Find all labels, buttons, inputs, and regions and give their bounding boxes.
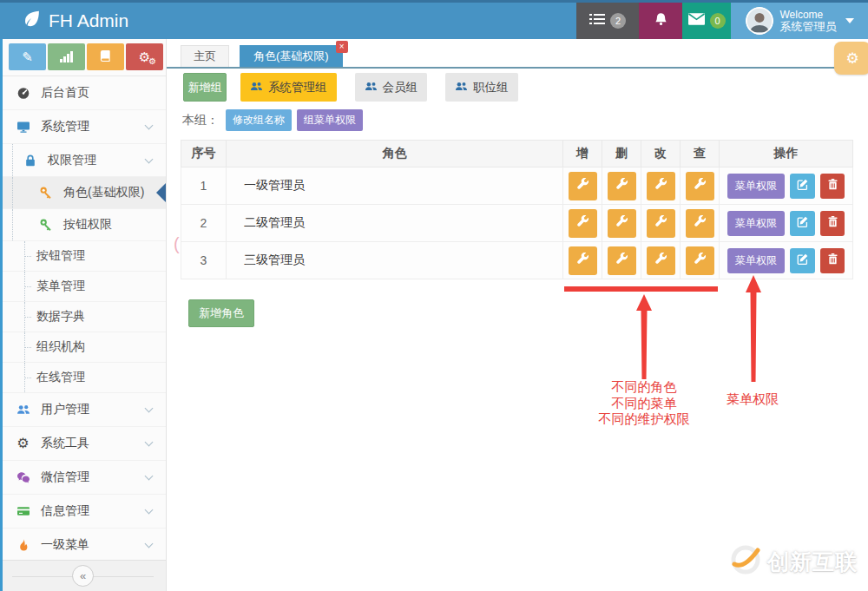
permission-view-button[interactable]: [686, 246, 714, 275]
sidebar-item-online-mgmt[interactable]: 在线管理: [0, 363, 166, 393]
annotation-paren: (: [174, 234, 180, 253]
row-index: 2: [181, 205, 227, 242]
wrench-icon: [615, 215, 628, 231]
annotation-arrow-right: [746, 275, 761, 382]
rename-group-button[interactable]: 修改组名称: [226, 109, 292, 131]
close-tab-icon[interactable]: ×: [336, 41, 348, 53]
delete-role-button[interactable]: [820, 174, 845, 199]
tabbar-divider: [167, 67, 868, 69]
settings-gear-button[interactable]: ⚙: [834, 42, 868, 75]
app-window: FH Admin 2 0 Welcome 系统管: [0, 0, 868, 591]
edit-role-button[interactable]: [790, 248, 815, 273]
mail-button[interactable]: 0: [682, 3, 731, 39]
chart-quick-button[interactable]: [48, 43, 85, 70]
group-tab-member-group[interactable]: 会员组: [355, 73, 428, 102]
key-orange-icon: [38, 186, 53, 200]
wrench-icon: [576, 215, 589, 231]
users-icon: [365, 80, 378, 95]
sidebar-item-organization[interactable]: 组织机构: [0, 332, 166, 363]
wechat-icon: [16, 470, 30, 485]
wrench-icon: [654, 215, 667, 231]
permission-view-button[interactable]: [686, 209, 714, 238]
menu-rights-button[interactable]: 菜单权限: [727, 248, 785, 273]
permission-delete-button[interactable]: [608, 209, 636, 238]
group-tab-position-group[interactable]: 职位组: [445, 73, 518, 102]
sidebar: ✎ ⚙⚙ 后台首页 系统管理 权限管理 角色(基础权限) 按钮权限 按钮管理: [0, 39, 167, 591]
table-row: 2 二级管理员 菜单权限: [181, 205, 853, 242]
group-toolbar: 新增组 系统管理组 会员组 职位组: [183, 73, 518, 102]
chevron-down-icon: [145, 121, 154, 130]
sidebar-item-system-mgmt[interactable]: 系统管理: [0, 110, 166, 144]
edit-icon: [796, 215, 809, 231]
delete-role-button[interactable]: [820, 211, 845, 236]
new-group-button[interactable]: 新增组: [183, 73, 227, 102]
delete-role-button[interactable]: [820, 248, 845, 273]
book-quick-button[interactable]: [87, 43, 124, 70]
sidebar-item-user-mgmt[interactable]: 用户管理: [0, 393, 166, 427]
sidebar-item-menu-mgmt[interactable]: 菜单管理: [0, 272, 166, 302]
sidebar-item-button-mgmt[interactable]: 按钮管理: [0, 241, 166, 272]
edit-icon: [796, 178, 809, 194]
card-icon: [16, 504, 30, 519]
menu-rights-button[interactable]: 菜单权限: [727, 174, 785, 199]
group-menu-rights-button[interactable]: 组菜单权限: [297, 109, 363, 131]
sidebar-quick-toolbar: ✎ ⚙⚙: [0, 39, 166, 76]
watermark: 创新互联: [729, 543, 858, 580]
annotation-note-text: 不同的角色 不同的菜单 不同的维护权限: [599, 379, 690, 428]
sidebar-item-home[interactable]: 后台首页: [0, 76, 166, 110]
permission-delete-button[interactable]: [608, 246, 636, 275]
sidebar-item-button-permission[interactable]: 按钮权限: [0, 209, 166, 241]
sidebar-item-sys-tools[interactable]: ⚙ 系统工具: [0, 427, 166, 461]
bar-chart-icon: [60, 51, 73, 62]
gears-quick-button[interactable]: ⚙⚙: [126, 43, 163, 70]
sidebar-item-info-mgmt[interactable]: 信息管理: [0, 495, 166, 529]
tab-role-base-permission[interactable]: 角色(基础权限) ×: [240, 45, 343, 67]
collapse-sidebar-button[interactable]: «: [72, 565, 94, 587]
welcome-text: Welcome 系统管理员: [780, 9, 837, 33]
sidebar-item-data-dict[interactable]: 数据字典: [0, 302, 166, 332]
chevron-down-icon: [145, 472, 154, 481]
sidebar-collapse-bar: «: [0, 560, 166, 591]
header-add: 增: [563, 141, 602, 167]
sidebar-item-permission-mgmt[interactable]: 权限管理: [0, 144, 166, 177]
top-navbar: FH Admin 2 0 Welcome 系统管: [0, 0, 868, 39]
notifications-button[interactable]: [639, 3, 682, 39]
main-content: 主页 角色(基础权限) × ⚙ 新增组 系统管理组 会员组 职位组 本组： 修改…: [167, 39, 868, 591]
edit-role-button[interactable]: [790, 211, 815, 236]
user-menu-button[interactable]: Welcome 系统管理员: [731, 3, 868, 39]
bell-icon: [654, 12, 668, 30]
key-green-icon: [38, 218, 53, 233]
row-role-name: 一级管理员: [227, 167, 563, 205]
sidebar-item-role-base-permission[interactable]: 角色(基础权限): [0, 177, 166, 209]
wrench-icon: [694, 253, 707, 268]
permission-edit-button[interactable]: [647, 172, 675, 200]
brand-title: FH Admin: [49, 10, 128, 31]
caret-down-icon: [845, 18, 854, 23]
tasks-menu-button[interactable]: 2: [576, 3, 639, 39]
permission-delete-button[interactable]: [608, 172, 636, 200]
pencil-quick-button[interactable]: ✎: [9, 43, 46, 70]
permission-add-button[interactable]: [569, 172, 597, 200]
mail-badge: 0: [710, 13, 726, 29]
sidebar-item-wechat-mgmt[interactable]: 微信管理: [0, 461, 166, 495]
permission-edit-button[interactable]: [647, 246, 675, 275]
permission-view-button[interactable]: [686, 172, 714, 200]
monitor-icon: [16, 120, 30, 135]
trash-icon: [826, 253, 839, 268]
wrench-icon: [615, 253, 628, 268]
group-tab-system-admin-group[interactable]: 系统管理组: [240, 73, 337, 102]
permission-add-button[interactable]: [569, 209, 597, 238]
sidebar-item-level1-menu[interactable]: 一级菜单: [0, 529, 166, 560]
permission-add-button[interactable]: [569, 246, 597, 275]
watermark-logo-icon: [729, 543, 762, 580]
chevron-down-icon: [145, 438, 154, 447]
row-index: 1: [181, 167, 227, 205]
chevron-down-icon: [145, 506, 154, 515]
permission-edit-button[interactable]: [647, 209, 675, 238]
new-role-button[interactable]: 新增角色: [188, 299, 254, 327]
current-group-label: 本组：: [182, 113, 219, 128]
wrench-icon: [654, 178, 667, 194]
edit-role-button[interactable]: [790, 174, 815, 199]
menu-rights-button[interactable]: 菜单权限: [727, 211, 785, 236]
tab-home[interactable]: 主页: [181, 45, 229, 67]
